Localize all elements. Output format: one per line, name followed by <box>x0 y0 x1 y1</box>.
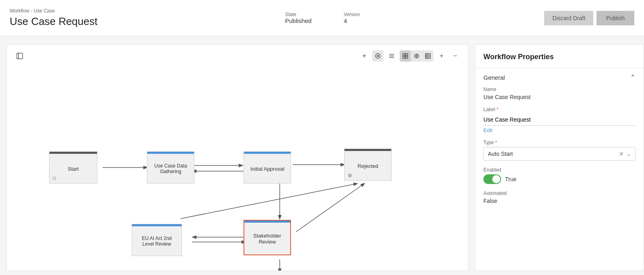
general-section: General ⌃ Name Use Case Request Label * … <box>475 68 644 217</box>
table-view-icon[interactable] <box>422 50 433 62</box>
main-area: + <box>0 44 644 271</box>
type-field-label: Type * <box>483 140 636 145</box>
enabled-toggle[interactable] <box>483 174 501 184</box>
svg-rect-7 <box>403 54 405 56</box>
layout-view-icon[interactable] <box>411 50 422 62</box>
svg-rect-8 <box>406 54 408 56</box>
svg-rect-14 <box>425 54 430 58</box>
label-field-group: Label * Edit <box>483 107 636 133</box>
type-field-group: Type * Auto Start ✕ ⌄ <box>483 140 636 161</box>
state-meta: State Published <box>285 12 312 25</box>
zoom-out-icon[interactable]: − <box>450 50 461 62</box>
enabled-label: Enabled <box>483 167 636 173</box>
svg-point-3 <box>377 55 379 57</box>
panel-title: Workflow Properties <box>475 45 644 68</box>
label-input[interactable] <box>483 114 636 126</box>
type-select-actions: ✕ ⌄ <box>619 151 631 157</box>
expand-type-icon[interactable]: ⌄ <box>626 151 631 157</box>
version-label: Version <box>344 12 360 17</box>
align-icon[interactable] <box>386 50 397 62</box>
header: Workflow - Use Case Use Case Request Sta… <box>0 0 644 36</box>
general-section-label: General <box>483 74 505 81</box>
toggle-knob <box>492 175 500 183</box>
node-stakeholder-review[interactable]: StakeholderReview <box>244 220 291 255</box>
type-select-value: Auto Start <box>488 151 619 157</box>
general-section-header[interactable]: General ⌃ <box>475 68 644 87</box>
node-start[interactable]: Start ▶⃝ <box>49 151 97 184</box>
edit-link[interactable]: Edit <box>483 127 636 133</box>
view-toggle-group <box>400 50 433 62</box>
header-actions: Discard Draft Publish <box>544 11 634 25</box>
header-meta: State Published Version 4 <box>269 12 544 25</box>
canvas-toolbar: + <box>11 49 464 63</box>
workflow-canvas: + <box>6 44 469 271</box>
cursor-icon[interactable] <box>372 50 384 62</box>
automated-label: Automated <box>483 190 636 196</box>
name-field-label: Name <box>483 87 636 92</box>
state-label: State <box>285 12 312 17</box>
svg-rect-9 <box>403 56 405 58</box>
svg-line-23 <box>296 184 364 232</box>
sidebar-toggle-icon[interactable] <box>14 50 25 62</box>
state-value: Published <box>285 17 312 24</box>
flow-canvas: Start ▶⃝ Use Case DataGathering Initial … <box>7 65 468 271</box>
enabled-toggle-label: True <box>505 176 516 182</box>
enabled-toggle-row: True <box>483 174 636 184</box>
publish-button[interactable]: Publish <box>597 11 634 25</box>
automated-value: False <box>483 198 636 204</box>
grid-view-icon[interactable] <box>400 50 411 62</box>
svg-line-26 <box>181 184 357 219</box>
automated-field-group: Automated False <box>483 190 636 204</box>
discard-draft-button[interactable]: Discard Draft <box>544 11 593 25</box>
svg-rect-10 <box>406 56 408 58</box>
zoom-in-icon[interactable]: + <box>436 50 447 62</box>
page-title: Use Case Request <box>10 15 269 28</box>
type-required: * <box>495 140 497 145</box>
node-rejected[interactable]: Rejected ⚙ <box>344 149 392 181</box>
add-icon[interactable]: + <box>359 50 370 62</box>
label-required: * <box>497 107 499 112</box>
version-meta: Version 4 <box>344 12 360 25</box>
node-eu-ai-act[interactable]: EU AI Act 2ndLevel Review <box>132 224 182 256</box>
node-initial-approval[interactable]: Initial Approval <box>244 151 291 184</box>
name-field-group: Name Use Case Request <box>483 87 636 100</box>
general-section-body: Name Use Case Request Label * Edit Type <box>475 87 644 217</box>
svg-rect-0 <box>17 53 23 59</box>
type-select[interactable]: Auto Start ✕ ⌄ <box>483 147 636 161</box>
label-field-label: Label * <box>483 107 636 112</box>
version-value: 4 <box>344 17 347 24</box>
workflow-subtitle: Workflow - Use Case <box>10 8 269 14</box>
start-circle-icon: ▶⃝ <box>53 176 56 181</box>
collapse-icon[interactable]: ⌃ <box>630 74 636 81</box>
rejected-gear-icon: ⚙ <box>348 173 352 178</box>
workflow-properties-panel: Workflow Properties General ⌃ Name Use C… <box>475 44 644 271</box>
name-field-value: Use Case Request <box>483 94 636 100</box>
enabled-field-group: Enabled True <box>483 167 636 184</box>
header-left: Workflow - Use Case Use Case Request <box>10 8 269 28</box>
clear-type-icon[interactable]: ✕ <box>619 151 624 157</box>
node-use-case-data[interactable]: Use Case DataGathering <box>147 151 194 184</box>
